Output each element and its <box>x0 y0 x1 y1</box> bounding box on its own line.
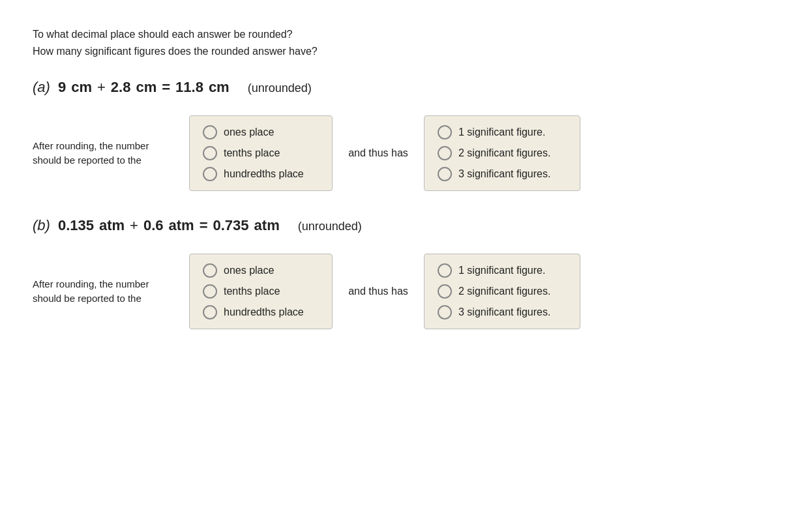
sig-fig-option-b-0[interactable]: 1 significant figure. <box>438 263 567 278</box>
and-thus-has-b: and thus has <box>346 286 411 297</box>
problem-a-num2: 2.8 <box>111 79 131 96</box>
radio-a-place-1[interactable] <box>203 146 217 160</box>
equation-line-a: (a) 9 cm + 2.8 cm = 11.8 cm (unrounded) <box>33 79 773 96</box>
place-option-a-2[interactable]: hundredths place <box>203 167 319 181</box>
radio-b-place-2[interactable] <box>203 305 217 319</box>
after-rounding-label-a: After rounding, the number should be rep… <box>33 139 176 168</box>
place-option-a-1[interactable]: tenths place <box>203 146 319 160</box>
radio-b-place-1[interactable] <box>203 284 217 299</box>
sig-fig-label-a-2: 3 significant figures. <box>458 168 550 180</box>
place-option-b-2[interactable]: hundredths place <box>203 305 319 319</box>
radio-a-sig-1[interactable] <box>438 146 452 160</box>
problem-a-result-unit: cm <box>209 79 230 96</box>
after-rounding-b-line2: should be reported to the <box>33 291 176 306</box>
problem-b-num2: 0.6 <box>143 217 164 234</box>
problem-b-result-unit: atm <box>254 217 280 234</box>
place-label-a-2: hundredths place <box>224 168 304 180</box>
radio-b-sig-1[interactable] <box>438 284 452 299</box>
problem-b-unrounded: (unrounded) <box>298 220 362 233</box>
place-label-a-0: ones place <box>224 126 274 138</box>
radio-b-place-0[interactable] <box>203 263 217 278</box>
sig-fig-box-b: 1 significant figure. 2 significant figu… <box>424 254 580 329</box>
sig-fig-label-a-0: 1 significant figure. <box>458 126 545 138</box>
sig-fig-option-a-2[interactable]: 3 significant figures. <box>438 167 567 181</box>
problem-a-op: + <box>97 79 106 96</box>
after-rounding-label-b: After rounding, the number should be rep… <box>33 277 176 306</box>
place-option-a-0[interactable]: ones place <box>203 125 319 140</box>
problem-b-result: 0.735 <box>213 217 249 234</box>
radio-b-sig-0[interactable] <box>438 263 452 278</box>
place-label-b-0: ones place <box>224 265 274 276</box>
sig-fig-label-a-1: 2 significant figures. <box>458 147 550 159</box>
radio-a-sig-2[interactable] <box>438 167 452 181</box>
problem-a: (a) 9 cm + 2.8 cm = 11.8 cm (unrounded) … <box>33 79 773 191</box>
equation-line-b: (b) 0.135 atm + 0.6 atm = 0.735 atm (unr… <box>33 217 773 234</box>
radio-a-place-0[interactable] <box>203 125 217 140</box>
answer-row-a: After rounding, the number should be rep… <box>33 115 773 191</box>
after-rounding-b-line1: After rounding, the number <box>33 277 176 292</box>
and-thus-has-a: and thus has <box>346 147 411 159</box>
sig-fig-option-b-1[interactable]: 2 significant figures. <box>438 284 567 299</box>
problem-b-num1: 0.135 <box>58 217 94 234</box>
instruction-line2: How many significant figures does the ro… <box>33 43 773 60</box>
problem-b-eq: = <box>200 217 208 234</box>
sig-fig-label-b-2: 3 significant figures. <box>458 306 550 318</box>
after-rounding-a-line1: After rounding, the number <box>33 139 176 154</box>
problem-b-unit2: atm <box>169 217 194 234</box>
sig-fig-option-b-2[interactable]: 3 significant figures. <box>438 305 567 319</box>
problem-b-unit1: atm <box>99 217 125 234</box>
radio-a-sig-0[interactable] <box>438 125 452 140</box>
radio-b-sig-2[interactable] <box>438 305 452 319</box>
place-options-box-a: ones place tenths place hundredths place <box>189 115 333 191</box>
place-option-b-1[interactable]: tenths place <box>203 284 319 299</box>
sig-fig-option-a-1[interactable]: 2 significant figures. <box>438 146 567 160</box>
problem-a-unit2: cm <box>136 79 157 96</box>
problem-a-unrounded: (unrounded) <box>248 81 312 95</box>
problem-b-op: + <box>130 217 138 234</box>
sig-fig-label-b-0: 1 significant figure. <box>458 265 545 276</box>
instructions: To what decimal place should each answer… <box>33 26 773 59</box>
problem-b: (b) 0.135 atm + 0.6 atm = 0.735 atm (unr… <box>33 217 773 329</box>
problem-a-eq: = <box>162 79 170 96</box>
problem-a-num1: 9 <box>58 79 66 96</box>
place-label-a-1: tenths place <box>224 147 280 159</box>
radio-a-place-2[interactable] <box>203 167 217 181</box>
problem-a-result: 11.8 <box>175 79 203 96</box>
after-rounding-a-line2: should be reported to the <box>33 153 176 168</box>
instruction-line1: To what decimal place should each answer… <box>33 26 773 43</box>
problem-a-unit1: cm <box>71 79 92 96</box>
sig-fig-box-a: 1 significant figure. 2 significant figu… <box>424 115 580 191</box>
page: To what decimal place should each answer… <box>0 0 806 381</box>
place-label-b-1: tenths place <box>224 286 280 297</box>
place-options-box-b: ones place tenths place hundredths place <box>189 254 333 329</box>
answer-row-b: After rounding, the number should be rep… <box>33 254 773 329</box>
problem-b-label: (b) <box>33 217 50 234</box>
problem-a-label: (a) <box>33 79 50 96</box>
place-option-b-0[interactable]: ones place <box>203 263 319 278</box>
sig-fig-label-b-1: 2 significant figures. <box>458 286 550 297</box>
place-label-b-2: hundredths place <box>224 306 304 318</box>
sig-fig-option-a-0[interactable]: 1 significant figure. <box>438 125 567 140</box>
